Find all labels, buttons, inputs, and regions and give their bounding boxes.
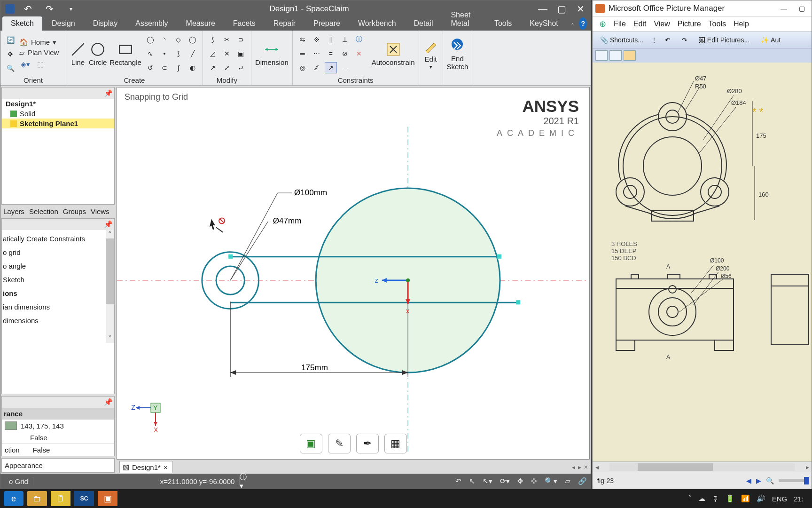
status-pointer-icon[interactable]: ↖▾: [483, 477, 492, 485]
status-zoom-icon[interactable]: 🔍▾: [545, 477, 557, 485]
autoconstrain-button[interactable]: Autoconstrain: [372, 41, 415, 66]
pm-scroll-track[interactable]: [609, 463, 795, 471]
prop-row-false[interactable]: False: [2, 432, 114, 444]
tangent-arc-icon[interactable]: ⟆: [172, 48, 185, 59]
sketch-canvas[interactable]: Snapping to Grid ANSYS 2021 R1 ACADEMIC: [117, 87, 590, 460]
color-swatch[interactable]: [5, 421, 17, 430]
menu-edit[interactable]: Edit: [633, 20, 647, 28]
tray-chevron-icon[interactable]: ˄: [688, 494, 692, 503]
tab-selection[interactable]: Selection: [27, 206, 60, 216]
pin-icon[interactable]: 📌: [104, 398, 113, 406]
rotate-right-icon[interactable]: ↷: [678, 34, 691, 46]
opt-ions[interactable]: ions: [2, 286, 112, 300]
three-point-arc-icon[interactable]: ◝: [158, 34, 171, 45]
help-icon[interactable]: ?: [579, 17, 587, 30]
tab-display[interactable]: Display: [85, 16, 126, 31]
equation-icon[interactable]: ∫: [172, 62, 185, 73]
delete-constraint-icon[interactable]: ✕: [353, 48, 365, 59]
dimension-button[interactable]: Dimension: [255, 41, 289, 66]
task-sticky-notes-icon[interactable]: 🗒: [51, 491, 70, 506]
view-triad[interactable]: Z Y X: [128, 392, 171, 436]
slot-icon[interactable]: ⊂: [158, 62, 171, 73]
perpendicular-icon[interactable]: ⊥: [339, 34, 351, 45]
tray-language[interactable]: ENG: [772, 495, 788, 503]
prop-color[interactable]: 143, 175, 143: [2, 420, 114, 432]
pm-horizontal-scrollbar[interactable]: ◂ ▸: [593, 461, 812, 472]
tab-sheet-metal[interactable]: Sheet Metal: [442, 8, 485, 31]
opt-auto-constraints[interactable]: atically Create Constraints: [2, 232, 112, 246]
status-undo-icon[interactable]: ↶: [455, 477, 461, 485]
opt-sketch[interactable]: Sketch: [2, 273, 112, 286]
doctab-close-icon[interactable]: ×: [584, 463, 588, 471]
tray-volume-icon[interactable]: 🔊: [757, 494, 765, 503]
view-single-icon[interactable]: [624, 50, 636, 61]
pm-image-viewer[interactable]: Ø47 R50 Ø280 Ø184 175 160 3 HOLES 15 DEE…: [593, 63, 812, 461]
edit-pictures-button[interactable]: 🖼Edit Pictures...: [695, 34, 753, 46]
tray-battery-icon[interactable]: 🔋: [726, 494, 734, 503]
zoom-icon[interactable]: 🔍: [4, 63, 16, 74]
project-icon[interactable]: ▣: [235, 48, 247, 59]
view-filmstrip-icon[interactable]: [609, 50, 622, 61]
split-icon[interactable]: ✕: [221, 48, 233, 59]
auto-correct-button[interactable]: ✨Aut: [757, 34, 784, 46]
isometric-icon[interactable]: ◈▾: [19, 59, 31, 70]
minimize-button[interactable]: —: [534, 3, 551, 15]
pm-next-icon[interactable]: ▶: [756, 477, 761, 484]
trim-icon[interactable]: ✂: [221, 34, 233, 45]
ellipse-icon[interactable]: ◯: [187, 34, 199, 45]
opt-to-grid[interactable]: o grid: [2, 246, 112, 259]
qat-dropdown-icon[interactable]: ▾: [62, 3, 79, 15]
parallel-icon[interactable]: ∕∕: [311, 62, 323, 73]
tray-mic-icon[interactable]: 🎙: [712, 495, 719, 503]
close-button[interactable]: ✕: [572, 3, 589, 15]
status-spin-icon[interactable]: ⟳▾: [500, 477, 510, 485]
rectangle-button[interactable]: Rectangle: [109, 41, 141, 66]
close-tab-icon[interactable]: ×: [164, 463, 168, 471]
rotate-left-icon[interactable]: ↶: [661, 34, 674, 46]
redo-icon[interactable]: ↷: [41, 3, 58, 15]
view-edit-icon[interactable]: ✎: [328, 434, 351, 453]
appearance-bar[interactable]: Appearance: [1, 458, 115, 473]
view-cube-icon[interactable]: ⬚: [34, 59, 47, 70]
spin-icon[interactable]: 🔄: [4, 34, 16, 46]
bend-icon[interactable]: ⤾: [235, 62, 247, 73]
plan-view-button[interactable]: ▱ Plan View: [19, 48, 59, 57]
symmetric-icon[interactable]: ↗: [325, 62, 337, 73]
pm-expand-icon[interactable]: ⊕: [599, 19, 606, 29]
tree-design[interactable]: Design1*: [2, 99, 114, 109]
pm-scroll-thumb[interactable]: [638, 463, 713, 471]
line-button[interactable]: Line: [70, 41, 86, 66]
tab-facets[interactable]: Facets: [225, 16, 264, 31]
spline-icon[interactable]: ∿: [144, 48, 156, 59]
end-sketch-button[interactable]: End Sketch: [447, 38, 468, 71]
pin-icon[interactable]: 📌: [104, 220, 113, 229]
status-info-icon[interactable]: ⓘ ▾: [240, 476, 252, 487]
menu-tools[interactable]: Tools: [709, 20, 726, 28]
tab-assembly[interactable]: Assembly: [127, 16, 176, 31]
face-curve-icon[interactable]: ◐: [187, 62, 199, 73]
menu-help[interactable]: Help: [734, 20, 749, 28]
doctab-design1[interactable]: ▧ Design1* ×: [119, 461, 173, 473]
concentric-icon[interactable]: ◎: [297, 62, 309, 73]
tray-time[interactable]: 21:: [794, 495, 804, 503]
tab-groups[interactable]: Groups: [61, 206, 88, 216]
pm-zoom-slider[interactable]: [779, 479, 807, 482]
scroll-right-icon[interactable]: ▸: [803, 463, 812, 471]
tab-sketch[interactable]: Sketch: [2, 16, 42, 31]
status-ortho-icon[interactable]: ▱: [565, 477, 570, 485]
scroll-down-icon[interactable]: ˅: [106, 334, 114, 343]
opt-dimensions[interactable]: dimensions: [2, 314, 112, 327]
vertical-icon[interactable]: ∥: [325, 34, 337, 45]
prop-section[interactable]: ction False: [2, 444, 114, 456]
task-explorer-icon[interactable]: 🗀: [27, 491, 47, 506]
pm-zoom-out-icon[interactable]: 🔍: [766, 477, 774, 484]
extend-icon[interactable]: ↗: [207, 62, 219, 73]
app-menu-icon[interactable]: [5, 4, 15, 14]
shortcuts-button[interactable]: 📎Shortcuts...: [596, 34, 647, 46]
task-edge-icon[interactable]: e: [4, 491, 23, 506]
undo-icon[interactable]: ↶: [19, 3, 36, 15]
status-link-icon[interactable]: 🔗: [578, 477, 587, 485]
options-scrollbar-thumb[interactable]: [106, 238, 114, 304]
info-icon[interactable]: ⓘ: [353, 34, 365, 45]
pm-toolbar-gap-icon[interactable]: ⋮: [651, 36, 657, 44]
